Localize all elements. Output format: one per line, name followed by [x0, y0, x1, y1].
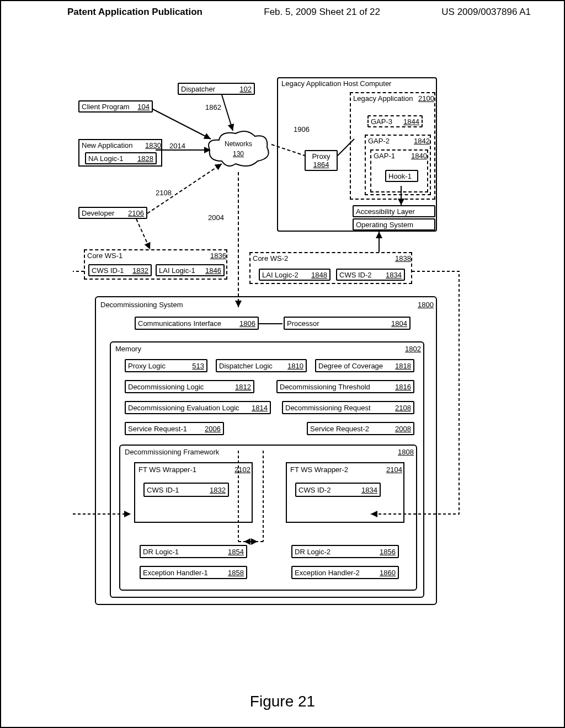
figure-caption: Figure 21	[1, 693, 564, 710]
processor-ref: 1804	[391, 319, 407, 328]
gap3-label: GAP-3	[371, 117, 400, 126]
dr-logic1-box: DR Logic-1 1854	[140, 545, 247, 558]
na-logic-label: NA Logic-1	[88, 154, 134, 163]
decom-system-box: Decommissioning System 1800 Communicatio…	[95, 296, 437, 605]
cws-id2b-box: CWS ID-2 1834	[295, 483, 381, 497]
cws-id1b-box: CWS ID-1 1832	[143, 483, 229, 497]
networks-cloud: Networks 130	[205, 128, 271, 172]
ft-wrap2-box: FT WS Wrapper-2 2104 CWS ID-2 1834	[286, 462, 404, 523]
decom-thresh-ref: 1816	[395, 383, 411, 391]
n1862: 1862	[205, 103, 221, 111]
n2004: 2004	[208, 213, 224, 222]
memory-ref: 1802	[405, 345, 421, 353]
dr-logic2-ref: 1856	[380, 548, 396, 556]
decom-req-ref: 2108	[395, 404, 411, 412]
gap1-group: GAP-1 1840 Hook-1	[370, 149, 428, 192]
cws-id1b-label: CWS ID-1	[147, 486, 206, 494]
core-ws2-ref: 1838	[395, 254, 411, 263]
header-mid: Feb. 5, 2009 Sheet 21 of 22	[264, 7, 380, 18]
ft-wrap1-label: FT WS Wrapper-1	[138, 465, 234, 474]
svg-line-0	[152, 109, 211, 139]
comm-if-box: Communications Interface 1806	[135, 317, 259, 330]
ft-wrap2-ref: 2104	[386, 465, 402, 474]
na-logic-ref: 1828	[137, 154, 153, 163]
ft-wrap2-label: FT WS Wrapper-2	[290, 465, 386, 474]
gap3-ref: 1844	[403, 117, 419, 126]
decom-thresh-label: Decommissioning Threshold	[280, 383, 392, 391]
gap2-label: GAP-2	[368, 137, 414, 145]
dispatcher-label: Dispatcher	[181, 85, 236, 93]
proxy-logic-box: Proxy Logic 513	[125, 359, 207, 372]
ft-wrap1-box: FT WS Wrapper-1 2102 CWS ID-1 1832	[134, 462, 253, 523]
processor-label: Processor	[287, 319, 388, 328]
dr-logic2-box: DR Logic-2 1856	[291, 545, 399, 558]
cws-id1b-ref: 1832	[210, 486, 226, 494]
lai-logic1-box: LAI Logic-1 1846	[156, 264, 225, 276]
comm-if-label: Communications Interface	[138, 319, 236, 328]
dispatcher-logic-ref: 1810	[287, 362, 303, 370]
cws-id2-label: CWS ID-2	[339, 271, 382, 279]
lai-logic1-ref: 1846	[205, 266, 221, 275]
svc-req2-box: Service Request-2 2008	[307, 422, 414, 435]
gap2-group: GAP-2 1842 GAP-1 1840 Hook-1	[365, 135, 431, 195]
cws-id1-box: CWS ID-1 1832	[88, 264, 152, 276]
networks-ref: 130	[205, 150, 271, 158]
cws-id1-label: CWS ID-1	[92, 266, 129, 275]
dispatcher-logic-label: Dispatcher Logic	[219, 362, 284, 370]
cws-id2b-label: CWS ID-2	[299, 486, 358, 494]
svc-req1-label: Service Request-1	[128, 425, 201, 433]
dr-logic2-label: DR Logic-2	[295, 548, 376, 556]
client-program-ref: 104	[137, 103, 150, 111]
exc-h2-ref: 1860	[380, 569, 396, 577]
degree-cov-label: Degree of Coverage	[318, 362, 392, 370]
decom-system-label: Decommissioning System	[100, 301, 418, 309]
svg-line-3	[136, 219, 150, 249]
gap2-ref: 1842	[414, 137, 430, 145]
svc-req2-ref: 2008	[395, 425, 411, 433]
header-left: Patent Application Publication	[67, 7, 202, 18]
degree-cov-box: Degree of Coverage 1818	[315, 359, 414, 372]
decom-eval-ref: 1814	[252, 404, 268, 412]
access-layer-box: Accessibility Layer	[353, 205, 435, 217]
dr-logic1-ref: 1854	[228, 548, 244, 556]
page: Patent Application Publication Feb. 5, 2…	[0, 0, 565, 728]
exc-h1-label: Exception Handler-1	[143, 569, 225, 577]
gap1-ref: 1840	[411, 152, 427, 160]
dispatcher-logic-box: Dispatcher Logic 1810	[216, 359, 307, 372]
dispatcher-box: Dispatcher 102	[178, 83, 255, 95]
decom-eval-label: Decommissioning Evaluation Logic	[128, 404, 248, 412]
cws-id2b-ref: 1834	[361, 486, 377, 494]
cws-id1-ref: 1832	[132, 266, 148, 275]
os-label: Operating System	[356, 221, 432, 229]
new-application-box: New Application 1830 NA Logic-1 1828	[78, 139, 162, 167]
comm-if-ref: 1806	[239, 319, 255, 328]
n2108: 2108	[156, 189, 172, 197]
ft-wrap1-ref: 2102	[234, 465, 250, 474]
na-logic-box: NA Logic-1 1828	[85, 152, 157, 164]
legacy-host-label: Legacy Application Host Computer	[281, 79, 391, 88]
proxy-logic-ref: 513	[192, 362, 204, 370]
degree-cov-ref: 1818	[395, 362, 411, 370]
decom-system-ref: 1800	[418, 301, 434, 309]
legacy-app-ref: 2100	[418, 94, 434, 103]
svc-req1-box: Service Request-1 2006	[125, 422, 224, 435]
decom-logic-label: Decommissioning Logic	[128, 383, 232, 391]
core-ws1-label: Core WS-1	[87, 251, 210, 260]
gap3-box: GAP-3 1844	[367, 115, 423, 127]
client-program-label: Client Program	[82, 103, 134, 111]
exc-h1-ref: 1858	[228, 569, 244, 577]
memory-box: Memory 1802 Proxy Logic 513 Dispatcher L…	[110, 341, 424, 598]
exc-h1-box: Exception Handler-1 1858	[140, 566, 247, 579]
decom-eval-box: Decommissioning Evaluation Logic 1814	[125, 401, 271, 414]
processor-box: Processor 1804	[284, 317, 411, 330]
diagram: Dispatcher 102 1862 Client Program 104 N…	[73, 73, 498, 668]
dispatcher-ref: 102	[239, 85, 252, 93]
n2014: 2014	[169, 142, 185, 150]
legacy-app-label: Legacy Application	[353, 94, 418, 103]
new-application-label: New Application	[82, 141, 145, 149]
decom-logic-box: Decommissioning Logic 1812	[125, 380, 254, 393]
core-ws1-ref: 1836	[210, 251, 226, 260]
core-ws2-label: Core WS-2	[253, 254, 395, 263]
gap1-label: GAP-1	[374, 152, 411, 160]
decom-thresh-box: Decommissioning Threshold 1816	[276, 380, 414, 393]
